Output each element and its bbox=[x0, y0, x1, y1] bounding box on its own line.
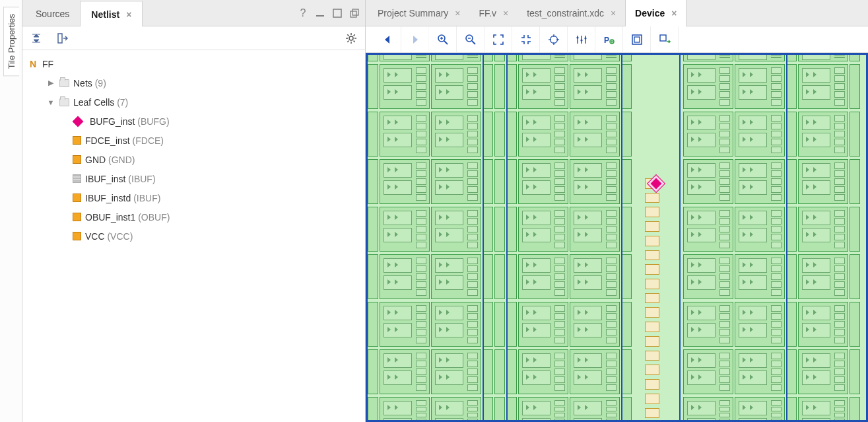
bufg-site[interactable] bbox=[645, 221, 659, 232]
int-tile[interactable] bbox=[506, 207, 517, 252]
int-tile[interactable] bbox=[368, 254, 378, 299]
int-tile[interactable] bbox=[786, 349, 797, 394]
int-tile[interactable] bbox=[621, 349, 632, 394]
int-tile[interactable] bbox=[850, 349, 860, 394]
cell-fdce[interactable]: FDCE_inst (FDCE) bbox=[28, 131, 365, 150]
chevron-down-icon[interactable]: ▼ bbox=[46, 98, 55, 106]
int-tile[interactable] bbox=[621, 302, 632, 347]
clb-tile[interactable] bbox=[735, 53, 785, 61]
bufg-site[interactable] bbox=[645, 207, 659, 217]
clb-tile[interactable] bbox=[683, 254, 733, 299]
clb-tile[interactable] bbox=[798, 112, 848, 157]
int-tile[interactable] bbox=[786, 112, 797, 157]
int-tile[interactable] bbox=[483, 53, 493, 61]
zoom-out-button[interactable] bbox=[457, 26, 484, 52]
clb-tile[interactable] bbox=[798, 53, 848, 61]
clb-tile[interactable] bbox=[431, 159, 481, 204]
clb-tile[interactable] bbox=[683, 112, 733, 157]
close-icon[interactable]: × bbox=[455, 8, 460, 18]
clb-tile[interactable] bbox=[735, 397, 785, 422]
int-tile[interactable] bbox=[786, 302, 797, 347]
int-tile[interactable] bbox=[506, 64, 517, 109]
clb-tile[interactable] bbox=[683, 53, 733, 61]
int-tile[interactable] bbox=[368, 64, 378, 109]
close-icon[interactable]: × bbox=[671, 8, 677, 18]
int-tile[interactable] bbox=[483, 397, 493, 422]
int-tile[interactable] bbox=[494, 302, 505, 347]
autofit-button[interactable] bbox=[540, 26, 568, 52]
int-tile[interactable] bbox=[494, 254, 505, 299]
maximize-icon[interactable] bbox=[332, 8, 343, 18]
clb-tile[interactable] bbox=[380, 159, 430, 204]
cell-gnd[interactable]: GND (GND) bbox=[28, 150, 365, 169]
clb-tile[interactable] bbox=[735, 349, 785, 394]
bufg-site[interactable] bbox=[645, 193, 659, 203]
clb-tile[interactable] bbox=[570, 207, 620, 252]
clb-tile[interactable] bbox=[518, 349, 568, 394]
int-tile[interactable] bbox=[368, 349, 378, 394]
clb-tile[interactable] bbox=[518, 302, 568, 347]
clb-tile[interactable] bbox=[683, 397, 733, 422]
tab-netlist[interactable]: Netlist × bbox=[80, 0, 143, 26]
clb-tile[interactable] bbox=[380, 53, 430, 61]
int-tile[interactable] bbox=[850, 302, 860, 347]
int-tile[interactable] bbox=[786, 64, 797, 109]
chevron-right-icon[interactable]: ▶ bbox=[46, 79, 55, 87]
tree-nets[interactable]: ▶ Nets (9) bbox=[28, 73, 365, 92]
highlight-button[interactable] bbox=[623, 26, 651, 52]
clb-tile[interactable] bbox=[431, 349, 481, 394]
int-tile[interactable] bbox=[494, 397, 505, 422]
bufg-site[interactable] bbox=[645, 279, 659, 289]
int-tile[interactable] bbox=[621, 112, 632, 157]
clb-tile[interactable] bbox=[735, 207, 785, 252]
int-tile[interactable] bbox=[506, 302, 517, 347]
tile-properties-tab[interactable]: Tile Properties bbox=[3, 7, 19, 76]
int-tile[interactable] bbox=[621, 159, 632, 204]
int-tile[interactable] bbox=[368, 159, 378, 204]
int-tile[interactable] bbox=[483, 112, 493, 157]
cell-bufg[interactable]: BUFG_inst (BUFG) bbox=[28, 112, 365, 131]
int-tile[interactable] bbox=[368, 302, 378, 347]
clb-tile[interactable] bbox=[570, 349, 620, 394]
clb-tile[interactable] bbox=[735, 302, 785, 347]
int-tile[interactable] bbox=[368, 397, 378, 422]
close-icon[interactable]: × bbox=[126, 9, 131, 20]
clb-tile[interactable] bbox=[798, 397, 848, 422]
clb-tile[interactable] bbox=[798, 254, 848, 299]
bufg-site[interactable] bbox=[645, 264, 659, 275]
clb-tile[interactable] bbox=[735, 112, 785, 157]
tab-sources[interactable]: Sources bbox=[25, 0, 80, 26]
int-tile[interactable] bbox=[494, 64, 505, 109]
int-tile[interactable] bbox=[621, 207, 632, 252]
int-tile[interactable] bbox=[786, 159, 797, 204]
expand-icon[interactable] bbox=[57, 32, 69, 44]
clb-tile[interactable] bbox=[570, 302, 620, 347]
bufg-site[interactable] bbox=[645, 236, 659, 246]
clb-tile[interactable] bbox=[570, 254, 620, 299]
bufg-site[interactable] bbox=[645, 379, 659, 390]
cell-obuf[interactable]: OBUF_inst1 (OBUF) bbox=[28, 207, 365, 227]
clb-tile[interactable] bbox=[735, 64, 785, 109]
popout-icon[interactable] bbox=[349, 8, 360, 18]
clb-tile[interactable] bbox=[683, 64, 733, 109]
int-tile[interactable] bbox=[850, 159, 860, 204]
int-tile[interactable] bbox=[506, 53, 517, 61]
routing-resources-button[interactable] bbox=[568, 26, 595, 52]
int-tile[interactable] bbox=[850, 64, 860, 109]
cell-drag-button[interactable] bbox=[651, 26, 679, 52]
clb-tile[interactable] bbox=[431, 64, 481, 109]
int-tile[interactable] bbox=[483, 302, 493, 347]
clb-tile[interactable] bbox=[683, 159, 733, 204]
int-tile[interactable] bbox=[506, 349, 517, 394]
cell-ibuf[interactable]: IBUF_inst (IBUF) bbox=[28, 169, 365, 188]
clb-tile[interactable] bbox=[570, 64, 620, 109]
int-tile[interactable] bbox=[850, 53, 860, 61]
gear-icon[interactable] bbox=[345, 32, 357, 44]
clb-tile[interactable] bbox=[518, 112, 568, 157]
int-tile[interactable] bbox=[483, 64, 493, 109]
int-tile[interactable] bbox=[621, 397, 632, 422]
clb-tile[interactable] bbox=[431, 254, 481, 299]
bufg-site[interactable] bbox=[645, 250, 659, 261]
int-tile[interactable] bbox=[506, 112, 517, 157]
clb-tile[interactable] bbox=[431, 53, 481, 61]
